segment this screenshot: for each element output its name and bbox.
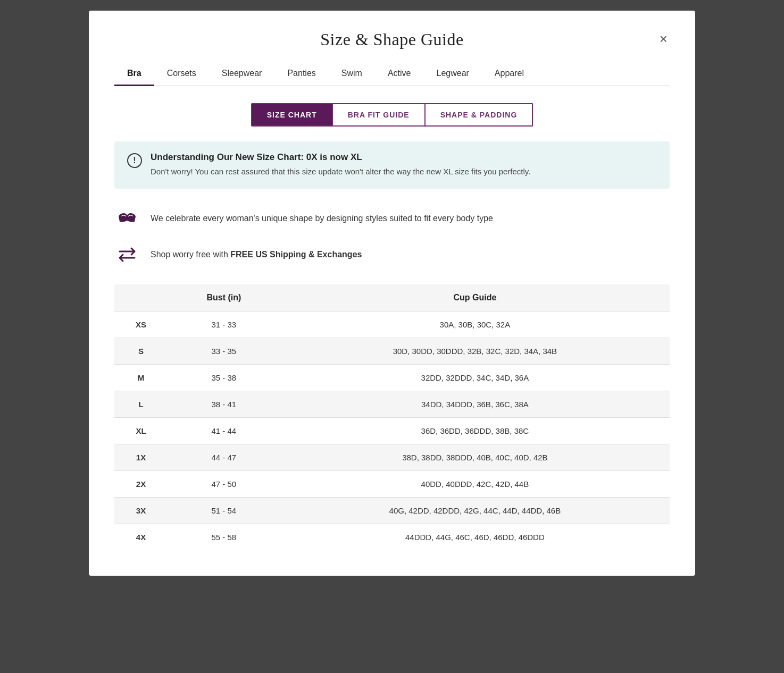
cell-size: 3X	[114, 497, 168, 524]
cell-cup: 36D, 36DD, 36DDD, 38B, 38C	[280, 417, 670, 444]
table-row: XS 31 - 33 30A, 30B, 30C, 32A	[114, 311, 670, 338]
feature-shipping-text: Shop worry free with FREE US Shipping & …	[151, 248, 362, 261]
tab-corsets[interactable]: Corsets	[154, 62, 209, 86]
tabs-navigation: Bra Corsets Sleepwear Panties Swim Activ…	[114, 62, 670, 86]
table-row: M 35 - 38 32DD, 32DDD, 34C, 34D, 36A	[114, 364, 670, 391]
cell-bust: 51 - 54	[168, 497, 280, 524]
cell-cup: 30D, 30DD, 30DDD, 32B, 32C, 32D, 34A, 34…	[280, 338, 670, 364]
cell-size: XS	[114, 311, 168, 338]
cell-cup: 38D, 38DD, 38DDD, 40B, 40C, 40D, 42B	[280, 444, 670, 470]
cell-bust: 33 - 35	[168, 338, 280, 364]
free-shipping-bold: FREE US Shipping & Exchanges	[230, 250, 362, 259]
tab-apparel[interactable]: Apparel	[482, 62, 537, 86]
table-header-row: Bust (in) Cup Guide	[114, 284, 670, 312]
cell-size: S	[114, 338, 168, 364]
tab-active[interactable]: Active	[375, 62, 424, 86]
tab-panties[interactable]: Panties	[274, 62, 328, 86]
info-title: Understanding Our New Size Chart: 0X is …	[151, 152, 530, 163]
cell-bust: 55 - 58	[168, 524, 280, 550]
cell-bust: 47 - 50	[168, 470, 280, 497]
col-bust-header: Bust (in)	[168, 284, 280, 312]
table-row: 3X 51 - 54 40G, 42DD, 42DDD, 42G, 44C, 4…	[114, 497, 670, 524]
info-description: Don't worry! You can rest assured that t…	[151, 166, 530, 178]
feature-shape-text: We celebrate every woman's unique shape …	[151, 212, 493, 225]
sub-tab-shape-padding[interactable]: SHAPE & PADDING	[426, 103, 533, 127]
col-size-header	[114, 284, 168, 312]
sub-tab-size-chart[interactable]: SIZE CHART	[251, 103, 333, 127]
exchange-icon	[114, 242, 140, 267]
cell-cup: 30A, 30B, 30C, 32A	[280, 311, 670, 338]
cell-bust: 35 - 38	[168, 364, 280, 391]
info-text-block: Understanding Our New Size Chart: 0X is …	[151, 152, 530, 178]
feature-free-shipping: Shop worry free with FREE US Shipping & …	[114, 242, 670, 267]
cell-size: 4X	[114, 524, 168, 550]
sub-tab-bra-fit-guide[interactable]: BRA FIT GUIDE	[333, 103, 426, 127]
modal-container: Size & Shape Guide × Bra Corsets Sleepwe…	[89, 11, 695, 576]
cell-cup: 32DD, 32DDD, 34C, 34D, 36A	[280, 364, 670, 391]
bra-icon	[114, 206, 140, 231]
cell-bust: 41 - 44	[168, 417, 280, 444]
cell-size: M	[114, 364, 168, 391]
table-body: XS 31 - 33 30A, 30B, 30C, 32A S 33 - 35 …	[114, 311, 670, 550]
cell-cup: 40G, 42DD, 42DDD, 42G, 44C, 44D, 44DD, 4…	[280, 497, 670, 524]
modal-header: Size & Shape Guide ×	[114, 30, 670, 49]
cell-bust: 38 - 41	[168, 391, 280, 417]
modal-title: Size & Shape Guide	[320, 30, 463, 49]
tab-sleepwear[interactable]: Sleepwear	[209, 62, 275, 86]
cell-size: L	[114, 391, 168, 417]
col-cup-header: Cup Guide	[280, 284, 670, 312]
close-button[interactable]: ×	[657, 30, 670, 48]
cell-size: XL	[114, 417, 168, 444]
info-banner: ! Understanding Our New Size Chart: 0X i…	[114, 141, 670, 189]
table-row: L 38 - 41 34DD, 34DDD, 36B, 36C, 38A	[114, 391, 670, 417]
cell-cup: 40DD, 40DDD, 42C, 42D, 44B	[280, 470, 670, 497]
tab-legwear[interactable]: Legwear	[423, 62, 481, 86]
tab-swim[interactable]: Swim	[329, 62, 375, 86]
sub-tabs: SIZE CHART BRA FIT GUIDE SHAPE & PADDING	[114, 103, 670, 127]
table-row: 4X 55 - 58 44DDD, 44G, 46C, 46D, 46DD, 4…	[114, 524, 670, 550]
table-row: 1X 44 - 47 38D, 38DD, 38DDD, 40B, 40C, 4…	[114, 444, 670, 470]
cell-size: 2X	[114, 470, 168, 497]
cell-bust: 44 - 47	[168, 444, 280, 470]
table-row: XL 41 - 44 36D, 36DD, 36DDD, 38B, 38C	[114, 417, 670, 444]
table-row: S 33 - 35 30D, 30DD, 30DDD, 32B, 32C, 32…	[114, 338, 670, 364]
cell-cup: 34DD, 34DDD, 36B, 36C, 38A	[280, 391, 670, 417]
size-table: Bust (in) Cup Guide XS 31 - 33 30A, 30B,…	[114, 284, 670, 550]
tab-bra[interactable]: Bra	[114, 62, 154, 86]
table-row: 2X 47 - 50 40DD, 40DDD, 42C, 42D, 44B	[114, 470, 670, 497]
modal-overlay: Size & Shape Guide × Bra Corsets Sleepwe…	[0, 0, 784, 673]
info-icon: !	[127, 153, 142, 168]
cell-cup: 44DDD, 44G, 46C, 46D, 46DD, 46DDD	[280, 524, 670, 550]
cell-size: 1X	[114, 444, 168, 470]
feature-list: We celebrate every woman's unique shape …	[114, 206, 670, 267]
cell-bust: 31 - 33	[168, 311, 280, 338]
feature-unique-shape: We celebrate every woman's unique shape …	[114, 206, 670, 231]
